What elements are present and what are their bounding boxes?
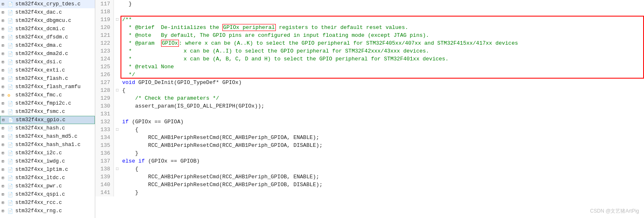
- sidebar-item-13[interactable]: ⊞📄stm32f4xx_fsmc.c: [0, 108, 95, 116]
- expand-icon[interactable]: ⊞: [2, 18, 7, 23]
- expand-icon[interactable]: ⊞: [2, 167, 7, 172]
- expand-icon[interactable]: ⊞: [2, 10, 7, 15]
- code-line-118: 118: [95, 8, 644, 16]
- expand-icon[interactable]: ⊞: [2, 159, 7, 164]
- file-tree[interactable]: ⊞📄stm32f4xx_cryp_tdes.c⊞📄stm32f4xx_dac.c…: [0, 0, 95, 218]
- sidebar-item-label: stm32f4xx_dcmi.c: [15, 26, 65, 32]
- sidebar-item-17[interactable]: ⊞📄stm32f4xx_hash_sha1.c: [0, 141, 95, 149]
- code-line-126: 126 */: [95, 71, 644, 79]
- expand-icon[interactable]: ⊞: [2, 192, 7, 197]
- sidebar-item-8[interactable]: ⊞📄stm32f4xx_exti.c: [0, 66, 95, 74]
- sidebar-item-22[interactable]: ⊞📄stm32f4xx_pwr.c: [0, 182, 95, 190]
- sidebar-item-9[interactable]: ⊞📄stm32f4xx_flash.c: [0, 74, 95, 83]
- sidebar-item-19[interactable]: ⊞📄stm32f4xx_iwdg.c: [0, 157, 95, 165]
- sidebar-item-label: stm32f4xx_hash_sha1.c: [15, 142, 81, 148]
- expand-icon[interactable]: ⊞: [2, 109, 7, 114]
- sidebar-item-label: stm32f4xx_ltdc.c: [15, 175, 65, 181]
- sidebar-item-25[interactable]: ⊞📄stm32f4xx_rng.c: [0, 207, 95, 215]
- line-number: 127: [95, 79, 114, 86]
- sidebar-item-20[interactable]: ⊞📄stm32f4xx_lptim.c: [0, 165, 95, 174]
- sidebar-item-label: stm32f4xx_iwdg.c: [15, 158, 65, 164]
- expand-icon[interactable]: ⊞: [2, 142, 7, 147]
- expand-icon[interactable]: ⊞: [2, 134, 7, 139]
- sidebar-item-6[interactable]: ⊞📄stm32f4xx_dma2d.c: [0, 50, 95, 58]
- file-icon: 📄: [7, 175, 14, 181]
- line-number: 140: [95, 181, 114, 189]
- sidebar-item-14[interactable]: ⊞📄stm32f4xx_gpio.c: [0, 116, 95, 124]
- code-text: RCC_AHB1PeriphResetCmd(RCC_AHB1Periph_GP…: [121, 141, 644, 149]
- line-number: 131: [95, 110, 114, 118]
- line-number: 122: [95, 39, 114, 47]
- file-icon: 📄: [7, 184, 14, 189]
- sidebar-item-2[interactable]: ⊞📄stm32f4xx_dbgmcu.c: [0, 17, 95, 25]
- file-icon: 📄: [7, 192, 14, 197]
- sidebar-item-5[interactable]: ⊞📄stm32f4xx_dma.c: [0, 41, 95, 50]
- expand-icon[interactable]: ⊞: [2, 208, 7, 213]
- file-icon: 📄: [7, 208, 14, 214]
- sidebar-item-24[interactable]: ⊞📄stm32f4xx_rcc.c: [0, 199, 95, 207]
- line-number: 134: [95, 134, 114, 141]
- expand-icon[interactable]: ⊞: [2, 60, 7, 65]
- line-number: 121: [95, 31, 114, 39]
- sidebar-item-11[interactable]: ⊞⚙stm32f4xx_fmc.c: [0, 91, 95, 99]
- file-icon: 📄: [7, 76, 14, 81]
- fold-icon[interactable]: □: [114, 86, 121, 94]
- sidebar-item-label: stm32f4xx_fmpi2c.c: [15, 101, 71, 106]
- line-number: 129: [95, 94, 114, 102]
- fold-icon[interactable]: □: [114, 126, 121, 134]
- file-icon: 📄: [7, 26, 14, 32]
- expand-icon[interactable]: ⊞: [2, 26, 7, 31]
- code-line-130: 130 assert_param(IS_GPIO_ALL_PERIPH(GPIO…: [95, 102, 644, 110]
- line-number: 135: [95, 141, 114, 149]
- code-line-134: 134 RCC_AHB1PeriphResetCmd(RCC_AHB1Perip…: [95, 134, 644, 141]
- expand-icon[interactable]: ⊞: [2, 184, 7, 189]
- line-number: 117: [95, 0, 114, 8]
- sidebar-item-4[interactable]: ⊞📄stm32f4xx_dfsdm.c: [0, 33, 95, 41]
- code-line-125: 125 * @retval None: [95, 63, 644, 71]
- sidebar-item-10[interactable]: ⊞📄stm32f4xx_flash_ramfu: [0, 83, 95, 91]
- sidebar-item-18[interactable]: ⊞📄stm32f4xx_i2c.c: [0, 149, 95, 157]
- line-number: 138: [95, 165, 114, 173]
- file-icon: 📄: [7, 18, 14, 24]
- expand-icon[interactable]: ⊞: [2, 43, 7, 48]
- sidebar-item-3[interactable]: ⊞📄stm32f4xx_dcmi.c: [0, 25, 95, 33]
- expand-icon[interactable]: ⊞: [2, 84, 7, 89]
- code-text: * @param GPIOx: where x can be (A..K) to…: [121, 39, 644, 47]
- sidebar-item-0[interactable]: ⊞📄stm32f4xx_cryp_tdes.c: [0, 0, 95, 8]
- sidebar-item-label: stm32f4xx_lptim.c: [15, 167, 68, 172]
- expand-icon[interactable]: ⊞: [2, 200, 7, 205]
- expand-icon[interactable]: ⊞: [2, 151, 7, 156]
- expand-icon[interactable]: ⊞: [2, 2, 7, 7]
- sidebar-item-1[interactable]: ⊞📄stm32f4xx_dac.c: [0, 8, 95, 17]
- sidebar-item-16[interactable]: ⊞📄stm32f4xx_hash_md5.c: [0, 132, 95, 141]
- sidebar-item-7[interactable]: ⊞📄stm32f4xx_dsi.c: [0, 58, 95, 66]
- fold-icon[interactable]: □: [114, 16, 121, 24]
- sidebar-item-21[interactable]: ⊞📄stm32f4xx_ltdc.c: [0, 174, 95, 182]
- sidebar-item-12[interactable]: ⊞📄stm32f4xx_fmpi2c.c: [0, 99, 95, 108]
- file-icon: 📄: [7, 60, 14, 65]
- code-content: 117 }118119□/**120 * @brief De-initializ…: [95, 0, 644, 196]
- fold-icon[interactable]: □: [114, 165, 121, 173]
- sidebar-item-15[interactable]: ⊞📄stm32f4xx_hash.c: [0, 124, 95, 132]
- line-number: 128: [95, 86, 114, 94]
- expand-icon[interactable]: ⊞: [2, 51, 7, 56]
- expand-icon[interactable]: ⊞: [2, 175, 7, 180]
- line-number: 137: [95, 157, 114, 165]
- code-line-127: 127void GPIO_DeInit(GPIO_TypeDef* GPIOx): [95, 79, 644, 86]
- expand-icon[interactable]: ⊞: [2, 93, 7, 98]
- line-number: 126: [95, 71, 114, 79]
- file-icon: 📄: [7, 43, 14, 48]
- code-text: RCC_AHB1PeriphResetCmd(RCC_AHB1Periph_GP…: [121, 181, 644, 189]
- expand-icon[interactable]: ⊞: [2, 101, 7, 106]
- line-number: 118: [95, 8, 114, 16]
- file-icon: 📄: [7, 134, 14, 139]
- expand-icon[interactable]: ⊞: [2, 126, 7, 131]
- sidebar-item-23[interactable]: ⊞📄stm32f4xx_qspi.c: [0, 190, 95, 199]
- expand-icon[interactable]: ⊞: [2, 76, 7, 81]
- expand-icon[interactable]: ⊞: [2, 68, 7, 73]
- code-text: }: [121, 189, 644, 196]
- expand-icon[interactable]: ⊞: [2, 35, 7, 40]
- sidebar-item-label: stm32f4xx_rcc.c: [15, 200, 62, 206]
- expand-icon[interactable]: ⊞: [2, 117, 8, 122]
- sidebar-item-label: stm32f4xx_fmc.c: [15, 92, 62, 98]
